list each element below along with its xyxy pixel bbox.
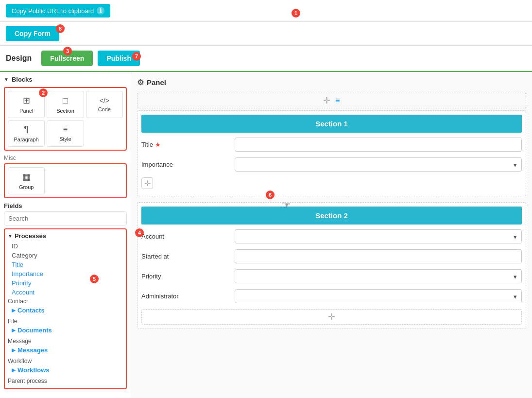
account-label: Account: [141, 233, 229, 240]
blocks-title: Blocks: [12, 76, 33, 83]
section-1-block: Section 1 Title ★ Importance: [137, 110, 526, 196]
block-section[interactable]: □ Section: [47, 91, 84, 118]
misc-label: Misc: [4, 155, 127, 161]
section-icon: □: [63, 96, 68, 106]
block-code[interactable]: </> Code: [86, 91, 123, 118]
section-2-block: Section 2 Account Started at: [137, 202, 526, 329]
tree-item-importance[interactable]: Importance: [8, 269, 123, 278]
processes-chevron: ▼: [8, 233, 13, 239]
priority-select[interactable]: [235, 269, 522, 283]
tree-child-documents[interactable]: ▶ Documents: [8, 326, 123, 335]
administrator-select-wrapper: [235, 289, 522, 303]
block-paragraph[interactable]: ¶ Paragraph: [8, 120, 45, 147]
second-bar: Copy Form: [0, 22, 532, 46]
title-label: Title ★: [141, 141, 229, 148]
copy-url-button[interactable]: Copy Public URL to clipboard ℹ: [6, 4, 110, 17]
fields-tree: ▼ Processes ID Category Title Importance…: [4, 228, 127, 389]
top-bar: Copy Public URL to clipboard ℹ: [0, 0, 532, 22]
right-panel: ⚙ Panel ✛ ≡ Section 1 Title ★: [131, 72, 532, 398]
badge-6: 6: [266, 190, 275, 199]
tree-group-workflow: Workflow ▶ Workflows: [8, 357, 123, 375]
tree-group-message: Message ▶ Messages: [8, 337, 123, 355]
documents-label: Documents: [17, 327, 52, 334]
drag-handle-bottom[interactable]: ✛: [141, 309, 522, 325]
add-field-button-1[interactable]: ✛: [141, 177, 153, 189]
messages-label: Messages: [17, 346, 48, 354]
code-icon: </>: [100, 97, 109, 104]
message-label: Message: [8, 337, 123, 346]
badge-2: 2: [39, 88, 48, 97]
badge-1: 1: [292, 9, 300, 17]
tree-item-priority[interactable]: Priority: [8, 278, 123, 288]
importance-select[interactable]: [235, 157, 522, 172]
contact-label: Contact: [8, 297, 123, 306]
processes-label: Processes: [15, 232, 46, 240]
panel-label: Panel: [147, 78, 166, 87]
fields-label: Fields: [4, 202, 127, 209]
tree-group-file: File ▶ Documents: [8, 317, 123, 335]
left-panel: ▼ Blocks ⊞ Panel □ Section </> Code ¶: [0, 72, 131, 398]
style-icon: ≡: [63, 125, 68, 134]
badge-8: 8: [56, 24, 65, 33]
tree-group-contact: Contact ▶ Contacts: [8, 297, 123, 315]
panel-icon: ⊞: [23, 95, 30, 106]
misc-grid: ▦ Group: [4, 163, 127, 198]
style-indicator: ≡: [335, 96, 340, 105]
section-2-header: Section 2: [141, 207, 522, 225]
badge-5: 5: [90, 275, 99, 283]
started-at-label: Started at: [141, 253, 229, 260]
drag-icon-bottom: ✛: [328, 311, 335, 322]
workflows-label: Workflows: [17, 366, 50, 374]
design-label: Design: [6, 54, 32, 63]
group-icon: ▦: [22, 172, 31, 182]
gear-icon: ⚙: [137, 78, 144, 87]
drag-icon-top: ✛: [323, 95, 330, 106]
tree-item-account[interactable]: Account: [8, 288, 123, 297]
tree-child-contacts[interactable]: ▶ Contacts: [8, 306, 123, 315]
form-row-importance: Importance: [141, 157, 522, 172]
form-row-started-at: Started at: [141, 249, 522, 263]
block-panel-label: Panel: [19, 108, 33, 114]
messages-chevron: ▶: [12, 347, 16, 353]
block-section-label: Section: [56, 108, 74, 114]
tree-item-id: ID: [8, 242, 123, 251]
copy-form-button[interactable]: Copy Form: [6, 26, 59, 41]
workflow-label: Workflow: [8, 357, 123, 365]
info-icon: ℹ: [97, 7, 104, 15]
drag-handle-top[interactable]: ✛ ≡: [137, 93, 526, 108]
importance-label: Importance: [141, 161, 229, 168]
badge-3: 3: [63, 47, 72, 55]
block-group-label: Group: [19, 184, 34, 190]
title-input[interactable]: [235, 138, 522, 152]
badge-7: 7: [132, 52, 141, 61]
workflows-chevron: ▶: [12, 367, 16, 373]
tree-root-processes[interactable]: ▼ Processes: [8, 232, 123, 240]
administrator-select[interactable]: [235, 289, 522, 303]
block-code-label: Code: [98, 106, 111, 112]
file-label: File: [8, 317, 123, 326]
tree-child-workflows[interactable]: ▶ Workflows: [8, 365, 123, 375]
priority-label: Priority: [141, 273, 229, 280]
search-input[interactable]: [4, 211, 127, 225]
contacts-chevron: ▶: [12, 308, 16, 313]
tree-item-title[interactable]: Title: [8, 260, 123, 269]
form-row-administrator: Administrator: [141, 289, 522, 303]
block-style[interactable]: ≡ Style: [47, 120, 84, 147]
form-row-priority: Priority: [141, 269, 522, 283]
account-select[interactable]: [235, 229, 522, 243]
parent-process-label: Parent process: [8, 377, 123, 385]
block-style-label: Style: [59, 136, 71, 142]
blocks-section-header[interactable]: ▼ Blocks: [4, 76, 127, 83]
started-at-input[interactable]: [235, 249, 522, 263]
documents-chevron: ▶: [12, 328, 16, 333]
administrator-label: Administrator: [141, 293, 229, 300]
paragraph-icon: ¶: [24, 124, 29, 135]
block-group[interactable]: ▦ Group: [8, 167, 45, 194]
toolbar-bar: Design Fullscreen Publish: [0, 46, 532, 72]
copy-url-label: Copy Public URL to clipboard: [12, 7, 94, 15]
contacts-label: Contacts: [17, 307, 45, 314]
main-layout: ▼ Blocks ⊞ Panel □ Section </> Code ¶: [0, 72, 532, 398]
required-star: ★: [153, 141, 161, 148]
blocks-grid: ⊞ Panel □ Section </> Code ¶ Paragraph ≡: [4, 87, 127, 151]
tree-child-messages[interactable]: ▶ Messages: [8, 346, 123, 355]
